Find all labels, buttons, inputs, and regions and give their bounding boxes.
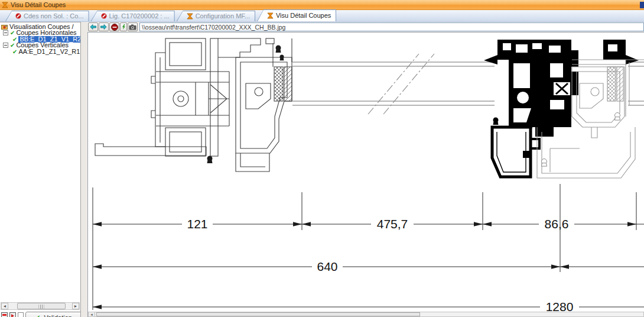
tab-bar: Cdes non Sol. : Co... Lig. C170200002 : … [0, 10, 644, 22]
canvas-horizontal-scrollbar[interactable]: ◄ [88, 312, 644, 317]
dimension-label: 121 [187, 217, 207, 231]
tab-cdes-non-sol[interactable]: Cdes non Sol. : Co... [5, 11, 89, 21]
title-bar: Visu Détail Coupes [0, 0, 644, 10]
scroll-right-arrow[interactable]: ► [72, 303, 79, 309]
scroll-left-arrow[interactable]: ◄ [89, 312, 95, 316]
scrollbar-thumb[interactable] [17, 303, 66, 309]
titlebar-edge-icon [640, 2, 644, 8]
check-icon: ✔ [12, 48, 17, 55]
dimension-label: 475,7 [377, 217, 408, 231]
dimension-arrows [93, 222, 636, 309]
tree-group-verticales[interactable]: ✔ Coupes Verticales [0, 43, 80, 49]
red-arrow-icon[interactable] [9, 312, 16, 317]
application-window: Visu Détail Coupes Cdes non Sol. : Co... [0, 0, 644, 317]
check-icon: ✔ [12, 36, 17, 43]
collapse-icon[interactable] [3, 30, 8, 35]
tab-label: Cdes non Sol. : Co... [24, 12, 84, 20]
back-arrow-icon [90, 24, 96, 30]
forbidden-icon [15, 13, 21, 19]
dimension-label: 640 [317, 260, 337, 273]
coupes-tree-panel: Visualisation Coupes / ✔ Coupes Horizont… [0, 22, 81, 317]
tree-group-label: Coupes Verticales [16, 42, 69, 48]
image-path-field[interactable] [139, 22, 644, 31]
tree-item-bb[interactable]: ✔ BB:E_D1_Z1_V1_R2:E_D1_Z [0, 36, 80, 43]
panel-splitter[interactable] [82, 22, 87, 317]
section-drawing: 121 475,7 86,6 640 1280 [88, 33, 644, 317]
refresh-button[interactable] [120, 22, 127, 31]
tree-item-aa[interactable]: ✔ AA:E_D1_Z1_V2_R1:E_D1_Z [0, 48, 80, 55]
tab-visu-detail-coupes[interactable]: Visu Détail Coupes [257, 9, 336, 21]
forward-button[interactable] [99, 22, 109, 31]
check-icon: ✔ [10, 42, 15, 48]
tree-horizontal-scrollbar[interactable]: ◄ ► [1, 302, 80, 310]
stop-button[interactable] [109, 22, 119, 31]
viewer-toolbar [87, 22, 644, 32]
refresh-icon [122, 24, 126, 30]
mullion-profile-highlighted [484, 40, 639, 177]
glazing-unit [292, 54, 644, 114]
left-frame-hatching [274, 67, 292, 101]
scrollbar-thumb[interactable] [96, 312, 420, 316]
app-logo-icon [2, 2, 8, 8]
tree-group-horizontales[interactable]: ✔ Coupes Horizontales [0, 30, 80, 37]
forward-arrow-icon [100, 24, 107, 30]
check-icon: ✔ [10, 30, 15, 36]
tab-label: Visu Détail Coupes [276, 12, 331, 19]
window-title: Visu Détail Coupes [11, 1, 66, 8]
visualisation-icon [1, 24, 8, 30]
tree-item-label-selected[interactable]: BB:E_D1_Z1_V1_R2:E_D1_Z [18, 36, 80, 43]
validation-button-label: Validation [44, 314, 72, 317]
tree-item-label: AA:E_D1_Z1_V2_R1:E_D1_Z [18, 48, 80, 55]
tree-group-label: Coupes Horizontales [16, 30, 76, 36]
validation-button[interactable]: ✔ Validation [25, 312, 81, 317]
tab-label: Lig. C170200002 : ... [109, 12, 170, 20]
tree-root-label: Visualisation Coupes / [9, 24, 74, 30]
tree-root[interactable]: Visualisation Coupes / [0, 24, 80, 30]
tab-label: Configuration MF... [196, 12, 250, 20]
collapse-icon[interactable] [3, 43, 8, 48]
left-frame-profile [95, 38, 292, 172]
app-logo-icon [267, 12, 274, 19]
scroll-left-arrow[interactable]: ◄ [1, 303, 8, 309]
snapshot-button[interactable] [128, 22, 138, 31]
back-button[interactable] [88, 22, 98, 31]
section-view-canvas: 121 475,7 86,6 640 1280 [87, 32, 644, 317]
red-minus-icon[interactable] [1, 312, 8, 317]
tab-lig-c170200002[interactable]: Lig. C170200002 : ... [91, 11, 175, 21]
forbidden-icon [101, 13, 107, 19]
dimension-lines [93, 184, 644, 310]
coupes-tree: Visualisation Coupes / ✔ Coupes Horizont… [0, 24, 80, 55]
camera-icon [129, 24, 136, 30]
stop-icon [111, 24, 118, 31]
validation-checkbox[interactable] [18, 312, 24, 317]
app-logo-icon [187, 13, 193, 20]
panel-bottom-actions: ✔ Validation [0, 311, 81, 317]
dimension-label: 86,6 [545, 217, 569, 231]
tab-configuration-mf[interactable]: Configuration MF... [177, 11, 255, 21]
check-icon: ✔ [35, 314, 40, 317]
